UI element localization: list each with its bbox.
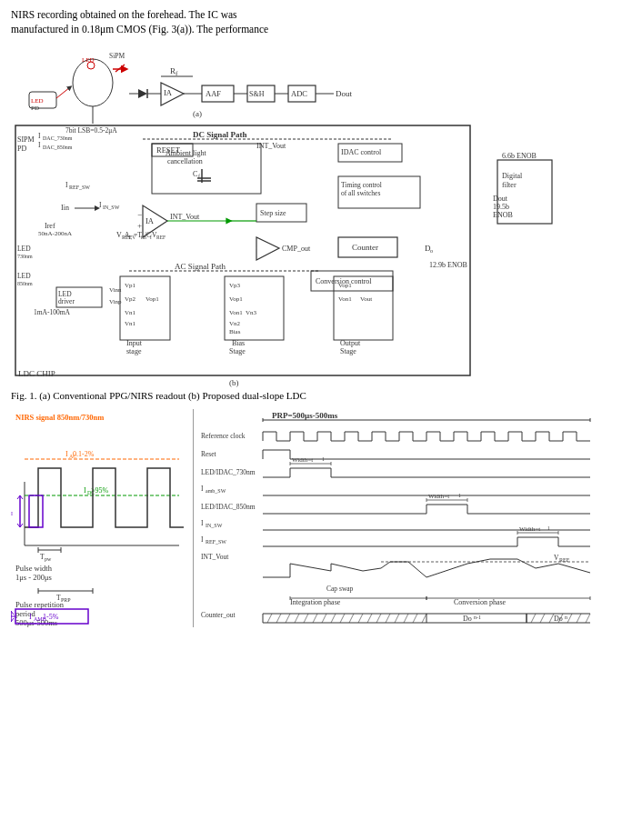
svg-line-237 xyxy=(367,614,372,623)
svg-text:PD: PD xyxy=(17,145,26,153)
svg-text:LED/IDAC_730nm: LED/IDAC_730nm xyxy=(201,468,256,476)
svg-line-239 xyxy=(386,614,390,623)
svg-line-240 xyxy=(395,614,399,623)
svg-text:Vop1: Vop1 xyxy=(145,295,159,303)
svg-line-10 xyxy=(115,65,125,72)
svg-text:Vn1: Vn1 xyxy=(125,320,136,327)
svg-text:I: I xyxy=(65,181,68,189)
svg-text:INT_Vout: INT_Vout xyxy=(201,553,229,561)
svg-text:Dout: Dout xyxy=(336,89,352,98)
svg-text:850nm: 850nm xyxy=(17,281,33,286)
nirs-signal-svg: NIRS signal 850nm/730nm I AC 0.1-2% I DC… xyxy=(11,409,193,627)
svg-text:o: o xyxy=(430,248,433,254)
svg-line-259 xyxy=(586,614,590,623)
svg-text:Reference clock: Reference clock xyxy=(201,432,246,440)
svg-marker-68 xyxy=(256,237,279,260)
fig1-caption: Fig. 1. (a) Conventional PPG/NIRS readou… xyxy=(11,389,611,403)
svg-text:Vn3: Vn3 xyxy=(246,309,257,316)
svg-text:Vinn: Vinn xyxy=(109,286,122,294)
svg-text:Pulse repetition: Pulse repetition xyxy=(15,600,65,609)
svg-text:C: C xyxy=(193,170,197,178)
fig2-right: PRP=500μs-500ms Reference clock Reset LE… xyxy=(193,409,617,627)
top-text: NIRS recording obtained on the forehead.… xyxy=(11,7,611,36)
svg-text:INT_Vout: INT_Vout xyxy=(256,142,286,150)
svg-text:DAC_730nm: DAC_730nm xyxy=(43,135,73,141)
svg-marker-13 xyxy=(138,89,147,98)
svg-text:n-1: n-1 xyxy=(474,615,481,620)
svg-line-233 xyxy=(331,614,336,623)
svg-text:50nA-200nA: 50nA-200nA xyxy=(38,230,72,237)
timing-svg: PRP=500μs-500ms Reference clock Reset LE… xyxy=(199,409,617,627)
svg-line-229 xyxy=(295,614,299,623)
svg-text:Stage: Stage xyxy=(340,347,356,355)
svg-text:Reset: Reset xyxy=(201,450,217,458)
svg-text:Vn1: Vn1 xyxy=(125,309,136,316)
fig2-left: NIRS signal 850nm/730nm I AC 0.1-2% I DC… xyxy=(11,409,193,627)
svg-text:Digital: Digital xyxy=(502,172,523,180)
svg-text:Width=t: Width=t xyxy=(519,525,540,533)
svg-text:REF_SW: REF_SW xyxy=(206,539,226,545)
svg-text:19.5b: 19.5b xyxy=(493,203,509,211)
svg-text:I: I xyxy=(38,132,41,140)
svg-text:LDC CHIP: LDC CHIP xyxy=(18,369,55,378)
svg-text:LED: LED xyxy=(31,97,44,105)
svg-line-228 xyxy=(286,614,290,623)
svg-text:DAC_850nm: DAC_850nm xyxy=(43,145,73,150)
svg-text:Von1: Von1 xyxy=(229,309,243,316)
svg-text:ENOB: ENOB xyxy=(493,211,513,219)
svg-text:Output: Output xyxy=(340,339,361,347)
svg-text:Step size: Step size xyxy=(260,209,286,217)
svg-text:Cap swap: Cap swap xyxy=(326,585,354,593)
svg-text:S&H: S&H xyxy=(249,90,265,98)
head-diagram: LED PD LED SiPM xyxy=(29,52,125,124)
svg-text:1-5%: 1-5% xyxy=(43,613,59,621)
svg-text:0.1-2%: 0.1-2% xyxy=(73,450,95,458)
svg-text:(a): (a) xyxy=(193,109,202,118)
svg-text:I: I xyxy=(11,511,13,516)
svg-text:Width=t: Width=t xyxy=(292,456,313,464)
svg-text:Width=t: Width=t xyxy=(428,493,449,500)
svg-text:Bias: Bias xyxy=(232,339,245,347)
svg-line-238 xyxy=(376,614,381,623)
svg-text:IN_SW: IN_SW xyxy=(103,205,120,210)
svg-text:Timing control: Timing control xyxy=(341,181,382,189)
svg-text:stage: stage xyxy=(126,347,142,355)
top-line1: NIRS recording obtained on the forehead.… xyxy=(11,7,611,22)
svg-text:Vp2: Vp2 xyxy=(125,295,136,303)
page-container: NIRS recording obtained on the forehead.… xyxy=(0,0,622,840)
svg-line-230 xyxy=(304,614,308,623)
svg-text:I: I xyxy=(99,201,102,209)
svg-text:INT_Vout: INT_Vout xyxy=(170,213,200,221)
svg-text:−: − xyxy=(137,210,142,219)
svg-line-235 xyxy=(349,614,354,623)
svg-text:Vout: Vout xyxy=(360,295,372,303)
svg-text:1: 1 xyxy=(547,525,550,531)
svg-text:1: 1 xyxy=(458,493,461,498)
svg-text:Vp3: Vp3 xyxy=(229,282,241,289)
svg-text:filter: filter xyxy=(502,181,517,189)
svg-text:Vp1: Vp1 xyxy=(125,282,136,289)
svg-text:driver: driver xyxy=(58,297,75,305)
svg-text:Counter_out: Counter_out xyxy=(201,611,236,619)
svg-text:I: I xyxy=(201,519,204,527)
svg-text:Vn2: Vn2 xyxy=(229,320,241,327)
svg-text:I: I xyxy=(201,485,204,493)
svg-text:NIRS signal 850nm/730nm: NIRS signal 850nm/730nm xyxy=(15,413,104,422)
svg-text:I: I xyxy=(38,141,41,149)
svg-line-257 xyxy=(567,614,572,623)
svg-text:ADC: ADC xyxy=(291,89,307,98)
svg-text:(b): (b) xyxy=(229,378,239,387)
svg-point-0 xyxy=(73,59,113,106)
svg-text:REF: REF xyxy=(559,557,570,563)
svg-text:Ambient light: Ambient light xyxy=(166,149,206,157)
svg-text:AC Signal Path: AC Signal Path xyxy=(175,262,226,271)
svg-text:cancellation: cancellation xyxy=(167,157,203,165)
svg-text:Integration phase: Integration phase xyxy=(290,598,341,606)
svg-text:Do: Do xyxy=(463,615,472,623)
svg-text:LED: LED xyxy=(17,272,31,280)
svg-line-234 xyxy=(340,614,345,623)
svg-text:1mA-100mA: 1mA-100mA xyxy=(34,308,71,316)
svg-text:Vop1: Vop1 xyxy=(229,295,243,303)
svg-text:IA: IA xyxy=(164,88,173,97)
svg-text:n: n xyxy=(565,615,567,620)
